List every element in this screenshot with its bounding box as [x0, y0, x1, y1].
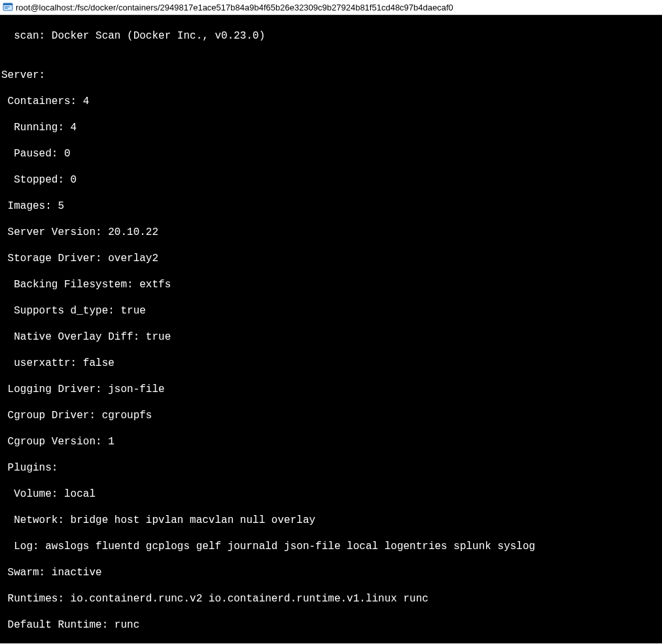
output-line: Containers: 4 — [1, 95, 661, 108]
output-line: Storage Driver: overlay2 — [1, 252, 661, 265]
window-title: root@localhost:/fsc/docker/containers/29… — [16, 3, 453, 12]
output-line: Server: — [1, 69, 661, 82]
window-titlebar[interactable]: root@localhost:/fsc/docker/containers/29… — [0, 0, 662, 15]
output-line: Network: bridge host ipvlan macvlan null… — [1, 514, 661, 527]
output-line: Plugins: — [1, 461, 661, 474]
terminal-output[interactable]: scan: Docker Scan (Docker Inc., v0.23.0)… — [0, 15, 662, 643]
output-line: Stopped: 0 — [1, 173, 661, 187]
output-line: Paused: 0 — [1, 147, 661, 160]
output-line: Runtimes: io.containerd.runc.v2 io.conta… — [1, 592, 661, 605]
output-line: Logging Driver: json-file — [1, 383, 661, 396]
output-line: Server Version: 20.10.22 — [1, 226, 661, 239]
svg-rect-2 — [5, 7, 10, 7]
svg-rect-3 — [5, 8, 8, 9]
output-line: Volume: local — [1, 488, 661, 501]
svg-rect-1 — [3, 3, 12, 5]
output-line: Cgroup Driver: cgroupfs — [1, 409, 661, 422]
output-line: scan: Docker Scan (Docker Inc., v0.23.0) — [1, 29, 661, 43]
output-line: Swarm: inactive — [1, 566, 661, 579]
output-line: Native Overlay Diff: true — [1, 331, 661, 344]
output-line: Cgroup Version: 1 — [1, 435, 661, 448]
output-line: Backing Filesystem: extfs — [1, 278, 661, 291]
output-line: Running: 4 — [1, 121, 661, 134]
output-line: userxattr: false — [1, 357, 661, 370]
output-line: Supports d_type: true — [1, 304, 661, 317]
output-line: Images: 5 — [1, 200, 661, 213]
output-line: Log: awslogs fluentd gcplogs gelf journa… — [1, 540, 661, 553]
output-line: Default Runtime: runc — [1, 618, 661, 632]
terminal-icon — [3, 2, 13, 12]
